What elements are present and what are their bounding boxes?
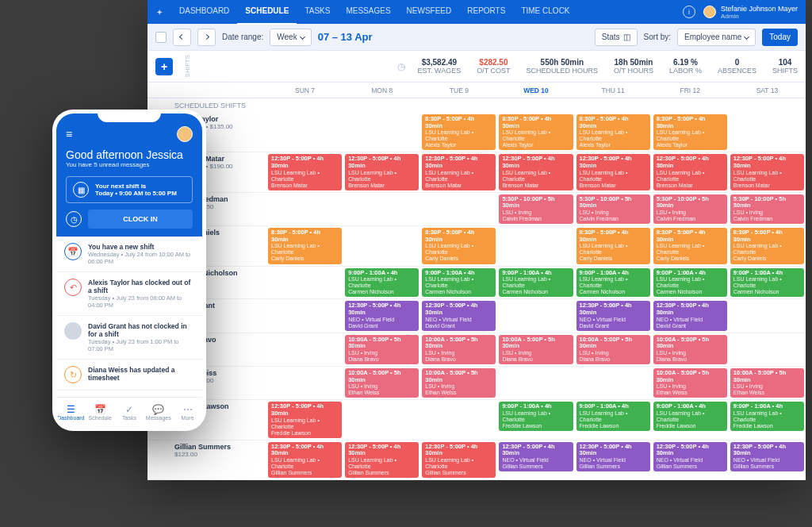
prev-week-button[interactable] xyxy=(173,29,191,46)
shift-block[interactable]: 5:30P - 10:00P • 5h 30minLSU • IrvingCal… xyxy=(653,194,727,224)
day-header[interactable]: MON 8 xyxy=(343,83,420,98)
schedule-cell[interactable] xyxy=(266,267,343,299)
shift-block[interactable]: 8:30P - 5:00P • 4h 30minLSU Learning Lab… xyxy=(576,228,650,264)
schedule-cell[interactable] xyxy=(266,367,343,399)
schedule-cell[interactable]: 9:00P - 1:00A • 4hLSU Learning Lab • Cha… xyxy=(729,400,806,439)
schedule-cell[interactable]: 12:30P - 5:00P • 4h 30minLSU Learning La… xyxy=(343,152,420,191)
schedule-cell[interactable]: 12:30P - 5:00P • 4h 30minNEO • Virtual F… xyxy=(343,299,420,332)
schedule-cell[interactable]: 10:00A - 5:00P • 5h 30minLSU • IrvingDia… xyxy=(420,333,497,366)
schedule-cell[interactable]: 9:00P - 1:00A • 4hLSU Learning Lab • Cha… xyxy=(497,267,574,299)
tab-newsfeed[interactable]: Newsfeed xyxy=(399,0,460,25)
schedule-cell[interactable]: 8:30P - 5:00P • 4h 30minLSU Learning Lab… xyxy=(266,226,343,265)
tab-reports[interactable]: Reports xyxy=(459,0,513,25)
shift-block[interactable]: 10:00A - 5:00P • 5h 30minLSU • IrvingDia… xyxy=(345,335,419,364)
schedule-cell[interactable] xyxy=(266,113,343,152)
shift-block[interactable]: 9:00P - 1:00A • 4hLSU Learning Lab • Cha… xyxy=(576,268,650,298)
schedule-cell[interactable]: 5:30P - 10:00P • 5h 30minLSU • IrvingCal… xyxy=(729,193,806,225)
shift-block[interactable]: 10:00A - 5:00P • 5h 30minLSU • IrvingEth… xyxy=(653,368,727,398)
schedule-cell[interactable]: 12:30P - 5:00P • 4h 30minLSU Learning La… xyxy=(343,440,420,479)
shift-block[interactable]: 12:30P - 5:00P • 4h 30minLSU Learning La… xyxy=(576,154,650,190)
schedule-cell[interactable]: 10:00A - 5:00P • 5h 30minLSU • IrvingEth… xyxy=(343,367,420,399)
shift-block[interactable]: 12:30P - 5:00P • 4h 30minNEO • Virtual F… xyxy=(653,301,727,330)
select-all-checkbox[interactable] xyxy=(155,32,167,43)
schedule-cell[interactable] xyxy=(343,113,420,152)
shift-block[interactable]: 12:30P - 5:00P • 4h 30minNEO • Virtual F… xyxy=(576,442,650,471)
shift-block[interactable]: 9:00P - 1:00A • 4hLSU Learning Lab • Cha… xyxy=(653,402,727,431)
shift-block[interactable]: 12:30P - 5:00P • 4h 30minNEO • Virtual F… xyxy=(730,442,804,471)
shift-block[interactable]: 8:30P - 5:00P • 4h 30minLSU Learning Lab… xyxy=(499,114,573,150)
mobile-tab-messages[interactable]: 💬Messages xyxy=(144,398,173,427)
date-range-mode-selector[interactable]: Week xyxy=(270,29,311,46)
shift-block[interactable]: 10:00A - 5:00P • 5h 30minLSU • IrvingDia… xyxy=(422,335,496,364)
schedule-cell[interactable]: 10:00A - 5:00P • 5h 30minLSU • IrvingDia… xyxy=(652,333,729,366)
stats-toggle[interactable]: Stats ◫ xyxy=(595,29,638,46)
shift-block[interactable]: 10:00A - 5:00P • 5h 30minLSU • IrvingEth… xyxy=(730,368,804,398)
shift-block[interactable]: 12:30P - 5:00P • 4h 30minLSU Learning La… xyxy=(268,402,342,437)
shift-block[interactable]: 8:30P - 5:00P • 4h 30minLSU Learning Lab… xyxy=(653,228,727,264)
schedule-cell[interactable]: 9:00P - 1:00A • 4hLSU Learning Lab • Cha… xyxy=(575,267,652,299)
mobile-tab-schedule[interactable]: 📅Schedule xyxy=(86,398,115,427)
shift-block[interactable]: 12:30P - 5:00P • 4h 30minLSU Learning La… xyxy=(268,154,342,190)
schedule-cell[interactable]: 12:30P - 5:00P • 4h 30minLSU Learning La… xyxy=(266,400,343,439)
shift-block[interactable]: 10:00A - 5:00P • 5h 30minLSU • IrvingDia… xyxy=(653,335,727,364)
mobile-tab-dashboard[interactable]: ☰Dashboard xyxy=(56,398,86,427)
shift-block[interactable]: 10:00A - 5:00P • 5h 30minLSU • IrvingDia… xyxy=(499,335,573,364)
shift-block[interactable]: 8:30P - 5:00P • 4h 30minLSU Learning Lab… xyxy=(576,114,650,150)
schedule-cell[interactable]: 12:30P - 5:00P • 4h 30minLSU Learning La… xyxy=(266,152,343,191)
shift-block[interactable]: 5:30P - 10:00P • 5h 30minLSU • IrvingCal… xyxy=(499,194,573,224)
shift-block[interactable]: 12:30P - 5:00P • 4h 30minLSU Learning La… xyxy=(345,154,419,190)
shift-block[interactable]: 9:00P - 1:00A • 4hLSU Learning Lab • Cha… xyxy=(653,268,727,298)
schedule-cell[interactable] xyxy=(729,299,806,332)
schedule-cell[interactable]: 10:00A - 5:00P • 5h 30minLSU • IrvingDia… xyxy=(575,333,652,366)
schedule-cell[interactable]: 8:30P - 5:00P • 4h 30minLSU Learning Lab… xyxy=(497,113,574,152)
feed-item[interactable]: David Grant has not clocked in for a shi… xyxy=(56,316,202,360)
schedule-cell[interactable] xyxy=(497,226,574,265)
schedule-cell[interactable]: 12:30P - 5:00P • 4h 30minLSU Learning La… xyxy=(420,152,497,191)
next-shift-card[interactable]: ▦ Your next shift is Today • 9:00 AM to … xyxy=(66,176,193,203)
sort-selector[interactable]: Employee name xyxy=(677,29,756,46)
schedule-cell[interactable] xyxy=(420,193,497,225)
shift-block[interactable]: 9:00P - 1:00A • 4hLSU Learning Lab • Cha… xyxy=(422,268,496,298)
schedule-cell[interactable]: 12:30P - 5:00P • 4h 30minLSU Learning La… xyxy=(266,440,343,479)
tab-tasks[interactable]: Tasks xyxy=(297,0,338,25)
schedule-cell[interactable]: 10:00A - 5:00P • 5h 30minLSU • IrvingEth… xyxy=(652,367,729,399)
hamburger-icon[interactable]: ≡ xyxy=(66,128,72,140)
shift-block[interactable]: 9:00P - 1:00A • 4hLSU Learning Lab • Cha… xyxy=(576,402,650,431)
schedule-cell[interactable]: 12:30P - 5:00P • 4h 30minNEO • Virtual F… xyxy=(575,299,652,332)
schedule-cell[interactable]: 9:00P - 1:00A • 4hLSU Learning Lab • Cha… xyxy=(652,400,729,439)
schedule-cell[interactable]: 9:00P - 1:00A • 4hLSU Learning Lab • Cha… xyxy=(729,267,806,299)
avatar[interactable] xyxy=(177,126,193,142)
schedule-cell[interactable]: 5:30P - 10:00P • 5h 30minLSU • IrvingCal… xyxy=(497,193,574,225)
mobile-tab-tasks[interactable]: ✓Tasks xyxy=(115,398,144,427)
shift-block[interactable]: 10:00A - 5:00P • 5h 30minLSU • IrvingDia… xyxy=(576,335,650,364)
day-header[interactable]: SUN 7 xyxy=(266,83,343,98)
add-shift-button[interactable]: + xyxy=(155,58,173,75)
day-header[interactable]: FRI 12 xyxy=(652,83,729,98)
shift-block[interactable]: 12:30P - 5:00P • 4h 30minLSU Learning La… xyxy=(422,154,496,190)
shift-block[interactable]: 12:30P - 5:00P • 4h 30minNEO • Virtual F… xyxy=(422,301,496,330)
shift-block[interactable]: 12:30P - 5:00P • 4h 30minLSU Learning La… xyxy=(653,154,727,190)
schedule-cell[interactable]: 9:00P - 1:00A • 4hLSU Learning Lab • Cha… xyxy=(497,400,574,439)
shift-block[interactable]: 10:00A - 5:00P • 5h 30minLSU • IrvingEth… xyxy=(345,368,419,398)
schedule-cell[interactable]: 12:30P - 5:00P • 4h 30minNEO • Virtual F… xyxy=(575,440,652,479)
shift-block[interactable]: 8:30P - 5:00P • 4h 30minLSU Learning Lab… xyxy=(653,114,727,150)
schedule-cell[interactable]: 8:30P - 5:00P • 4h 30minLSU Learning Lab… xyxy=(729,226,806,265)
schedule-cell[interactable] xyxy=(497,367,574,399)
schedule-cell[interactable]: 12:30P - 5:00P • 4h 30minLSU Learning La… xyxy=(497,152,574,191)
shift-block[interactable]: 8:30P - 5:00P • 4h 30minLSU Learning Lab… xyxy=(422,228,496,264)
shift-block[interactable]: 9:00P - 1:00A • 4hLSU Learning Lab • Cha… xyxy=(499,268,573,298)
schedule-cell[interactable]: 5:30P - 10:00P • 5h 30minLSU • IrvingCal… xyxy=(652,193,729,225)
shift-block[interactable]: 12:30P - 5:00P • 4h 30minNEO • Virtual F… xyxy=(345,301,419,330)
schedule-cell[interactable]: 9:00P - 1:00A • 4hLSU Learning Lab • Cha… xyxy=(420,267,497,299)
tab-schedule[interactable]: Schedule xyxy=(237,0,297,25)
today-button[interactable]: Today xyxy=(762,29,798,46)
shift-block[interactable]: 12:30P - 5:00P • 4h 30minNEO • Virtual F… xyxy=(576,301,650,330)
schedule-cell[interactable]: 12:30P - 5:00P • 4h 30minLSU Learning La… xyxy=(652,152,729,191)
day-header[interactable]: SAT 13 xyxy=(729,83,806,98)
schedule-cell[interactable]: 9:00P - 1:00A • 4hLSU Learning Lab • Cha… xyxy=(652,267,729,299)
schedule-cell[interactable]: 10:00A - 5:00P • 5h 30minLSU • IrvingDia… xyxy=(343,333,420,366)
schedule-cell[interactable]: 12:30P - 5:00P • 4h 30minNEO • Virtual F… xyxy=(420,299,497,332)
feed-item[interactable]: ↻Diana Weiss has updated a timesheet xyxy=(56,360,202,390)
day-header[interactable]: TUE 9 xyxy=(420,83,497,98)
shift-block[interactable]: 12:30P - 5:00P • 4h 30minLSU Learning La… xyxy=(268,442,342,478)
